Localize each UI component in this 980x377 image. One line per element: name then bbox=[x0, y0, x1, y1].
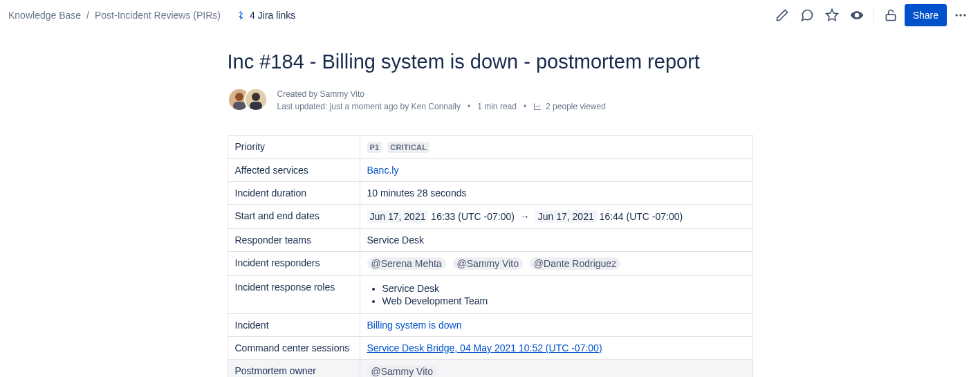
byline: Created by Sammy Vito Last updated: just… bbox=[228, 88, 753, 113]
star-button[interactable] bbox=[821, 4, 843, 26]
service-link[interactable]: Banc.ly bbox=[367, 165, 399, 176]
row-label: Command center sessions bbox=[228, 336, 360, 359]
row-value: Banc.ly bbox=[360, 158, 752, 181]
page-content: Inc #184 - Billing system is down - post… bbox=[228, 30, 753, 377]
breadcrumb-separator: / bbox=[86, 10, 89, 21]
svg-rect-10 bbox=[250, 102, 262, 110]
breadcrumb-item[interactable]: Knowledge Base bbox=[8, 10, 81, 21]
user-mention[interactable]: @Sammy Vito bbox=[367, 365, 437, 377]
jira-icon bbox=[236, 10, 247, 21]
table-row: Affected services Banc.ly bbox=[228, 158, 752, 181]
table-row: Responder teams Service Desk bbox=[228, 228, 752, 251]
jira-links-button[interactable]: 4 Jira links bbox=[236, 10, 295, 21]
incident-link[interactable]: Billing system is down bbox=[367, 320, 462, 331]
table-row: Incident duration 10 minutes 28 seconds bbox=[228, 181, 752, 204]
end-date: Jun 17, 2021 bbox=[535, 210, 597, 223]
read-time: 1 min read bbox=[477, 100, 517, 113]
priority-badge: P1 bbox=[367, 142, 382, 153]
avatar[interactable] bbox=[244, 88, 268, 111]
table-row: Incident responders @Serena Mehta @Sammy… bbox=[228, 251, 752, 275]
restrictions-button[interactable] bbox=[880, 4, 902, 26]
star-icon bbox=[825, 8, 839, 22]
table-row: Postmortem owner @Sammy Vito bbox=[228, 359, 752, 377]
lock-open-icon bbox=[884, 8, 898, 22]
start-date: Jun 17, 2021 bbox=[367, 210, 429, 223]
row-value: @Serena Mehta @Sammy Vito @Dante Rodrigu… bbox=[360, 251, 752, 275]
breadcrumb: Knowledge Base / Post-Incident Reviews (… bbox=[8, 10, 221, 21]
pencil-icon bbox=[775, 8, 789, 22]
row-value: Jun 17, 2021 16:33 (UTC -07:00) → Jun 17… bbox=[360, 204, 752, 228]
arrow-right-icon: → bbox=[520, 211, 530, 222]
table-row: Command center sessions Service Desk Bri… bbox=[228, 336, 752, 359]
svg-point-9 bbox=[252, 93, 260, 101]
row-label: Incident duration bbox=[228, 181, 360, 204]
breadcrumb-item[interactable]: Post-Incident Reviews (PIRs) bbox=[95, 10, 221, 21]
svg-point-6 bbox=[235, 93, 243, 101]
row-label: Incident responders bbox=[228, 251, 360, 275]
user-mention[interactable]: @Serena Mehta bbox=[367, 257, 446, 270]
table-row: Incident response roles Service Desk Web… bbox=[228, 275, 752, 313]
user-mention[interactable]: @Sammy Vito bbox=[453, 257, 523, 270]
topbar: Knowledge Base / Post-Incident Reviews (… bbox=[0, 0, 980, 30]
jira-links-count: 4 bbox=[250, 10, 255, 21]
last-updated: Last updated: just a moment ago by Ken C… bbox=[277, 100, 461, 113]
row-value: @Sammy Vito bbox=[360, 359, 752, 377]
byline-text: Created by Sammy Vito Last updated: just… bbox=[277, 88, 606, 113]
analytics-icon bbox=[533, 102, 542, 111]
jira-links-label: Jira links bbox=[258, 10, 295, 21]
row-value: Service Desk Bridge, 04 May 2021 10:52 (… bbox=[360, 336, 752, 359]
row-label: Responder teams bbox=[228, 228, 360, 251]
created-by: Created by Sammy Vito bbox=[277, 88, 606, 100]
more-actions-button[interactable] bbox=[950, 4, 972, 26]
divider bbox=[873, 8, 874, 22]
svg-point-4 bbox=[963, 14, 965, 16]
page-actions: Share bbox=[771, 4, 972, 26]
table-row: Start and end dates Jun 17, 2021 16:33 (… bbox=[228, 204, 752, 228]
row-value: Service Desk bbox=[360, 228, 752, 251]
priority-badge: CRITICAL bbox=[387, 142, 429, 153]
row-label: Start and end dates bbox=[228, 204, 360, 228]
svg-point-2 bbox=[956, 14, 958, 16]
svg-rect-1 bbox=[886, 15, 895, 20]
command-center-link[interactable]: Service Desk Bridge, 04 May 2021 10:52 (… bbox=[367, 342, 602, 353]
row-value: Service Desk Web Development Team bbox=[360, 275, 752, 313]
watch-button[interactable] bbox=[846, 4, 868, 26]
row-label: Incident response roles bbox=[228, 275, 360, 313]
people-viewed: 2 people viewed bbox=[546, 100, 606, 113]
svg-rect-7 bbox=[233, 102, 246, 110]
table-row: Priority P1 CRITICAL bbox=[228, 135, 752, 158]
row-label: Affected services bbox=[228, 158, 360, 181]
eye-icon bbox=[850, 8, 864, 22]
row-label: Postmortem owner bbox=[228, 359, 360, 377]
list-item: Web Development Team bbox=[382, 295, 746, 306]
svg-point-3 bbox=[959, 14, 961, 16]
page-title: Inc #184 - Billing system is down - post… bbox=[228, 50, 753, 74]
list-item: Service Desk bbox=[382, 283, 746, 294]
end-time: 16:44 (UTC -07:00) bbox=[600, 211, 683, 222]
row-value: Billing system is down bbox=[360, 313, 752, 336]
svg-marker-0 bbox=[826, 10, 838, 21]
share-button[interactable]: Share bbox=[905, 4, 947, 26]
more-icon bbox=[954, 8, 968, 22]
avatar-group[interactable] bbox=[228, 88, 268, 111]
start-time: 16:33 (UTC -07:00) bbox=[431, 211, 515, 222]
comment-icon bbox=[800, 8, 814, 22]
edit-button[interactable] bbox=[771, 4, 793, 26]
user-mention[interactable]: @Dante Rodriguez bbox=[530, 257, 620, 270]
row-value: P1 CRITICAL bbox=[360, 135, 752, 158]
row-value: 10 minutes 28 seconds bbox=[360, 181, 752, 204]
comment-button[interactable] bbox=[796, 4, 818, 26]
properties-table: Priority P1 CRITICAL Affected services B… bbox=[228, 135, 753, 377]
table-row: Incident Billing system is down bbox=[228, 313, 752, 336]
row-label: Incident bbox=[228, 313, 360, 336]
row-label: Priority bbox=[228, 135, 360, 158]
